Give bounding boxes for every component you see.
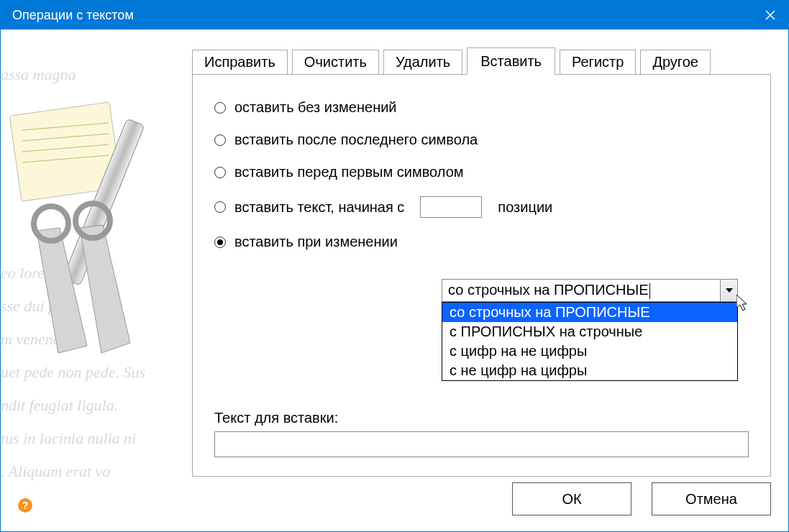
main-area: Исправить Очистить Удалить Вставить Реги… [168,29,788,531]
decorative-text: assa magna eo lorem, sse dui pos m venen… [1,29,168,531]
position-input[interactable] [420,196,482,218]
tab-label: Удалить [396,54,450,70]
panel-content: оставить без изменений вставить после по… [193,75,770,280]
insert-text-input[interactable] [214,431,749,457]
dialog-window: Операции с текстом assa magna eo lorem, … [0,0,789,532]
close-icon [765,10,775,20]
option-label: со строчных на ПРОПИСНЫЕ [450,304,650,320]
radio-row-onchange: вставить при изменении [214,234,749,250]
mouse-cursor-icon [736,295,751,312]
chevron-down-icon [726,288,733,293]
cancel-button[interactable]: Отмена [652,482,771,515]
change-type-combo[interactable]: со строчных на ПРОПИСНЫЕ [442,279,738,302]
option-label: с цифр на не цифры [450,343,587,359]
combo-selected-text: со строчных на ПРОПИСНЫЕ [442,280,720,301]
radio-row-nochange: оставить без изменений [214,99,749,116]
radio-label: оставить без изменений [234,99,397,116]
tab-panel: оставить без изменений вставить после по… [192,74,771,477]
radio-nochange[interactable] [214,102,226,114]
radio-row-afterlast: вставить после последнего символа [214,132,749,148]
button-label: Отмена [685,491,737,508]
radio-row-beforefirst: вставить перед первым символом [214,164,749,180]
help-icon: ? [22,500,29,511]
tab-label: Исправить [204,54,275,70]
tab-label: Регистр [572,54,624,70]
radio-label: вставить после последнего символа [234,132,478,148]
radio-beforefirst[interactable] [214,167,226,178]
dialog-buttons: ОК Отмена [512,482,771,515]
insert-text-label: Текст для вставки: [214,410,338,426]
tab-other[interactable]: Другое [640,50,711,74]
radio-label: вставить при изменении [234,234,398,250]
option-label: с не цифр на цифры [450,362,587,378]
radio-onchange[interactable] [214,237,226,248]
radio-label: вставить перед первым символом [234,164,464,180]
combo-option[interactable]: с не цифр на цифры [442,361,737,380]
tab-label: Вставить [480,53,542,70]
window-title: Операции с текстом [12,8,134,23]
button-label: ОК [562,491,581,508]
combo-option[interactable]: с ПРОПИСНЫХ на строчные [442,322,737,341]
radio-row-atposition: вставить текст, начиная с позиции [214,196,749,218]
titlebar: Операции с текстом [1,1,788,29]
tab-delete[interactable]: Удалить [383,50,462,74]
close-button[interactable] [752,1,788,29]
svg-marker-10 [726,288,733,293]
ok-button[interactable]: ОК [512,482,631,515]
svg-marker-11 [736,295,747,311]
tab-strip: Исправить Очистить Удалить Вставить Реги… [192,47,711,74]
tab-clean[interactable]: Очистить [292,50,379,74]
radio-label-pre: вставить текст, начиная с [234,199,404,216]
tab-fix[interactable]: Исправить [192,50,288,74]
tab-label: Другое [652,54,698,70]
side-illustration: assa magna eo lorem, sse dui pos m venen… [1,29,168,531]
combo-dropdown-list: со строчных на ПРОПИСНЫЕ с ПРОПИСНЫХ на … [442,302,738,381]
combo-dropdown-button[interactable] [720,280,737,301]
combo-option[interactable]: со строчных на ПРОПИСНЫЕ [442,303,737,322]
radio-afterlast[interactable] [214,134,226,146]
combo-option[interactable]: с цифр на не цифры [442,341,737,361]
radio-label-post: позиции [498,199,552,216]
help-button[interactable]: ? [18,498,32,513]
tab-insert[interactable]: Вставить [467,47,555,75]
radio-atposition[interactable] [214,201,226,213]
option-label: с ПРОПИСНЫХ на строчные [450,324,642,339]
tab-label: Очистить [304,54,367,70]
tab-case[interactable]: Регистр [560,50,636,74]
dialog-body: assa magna eo lorem, sse dui pos m venen… [1,29,788,531]
